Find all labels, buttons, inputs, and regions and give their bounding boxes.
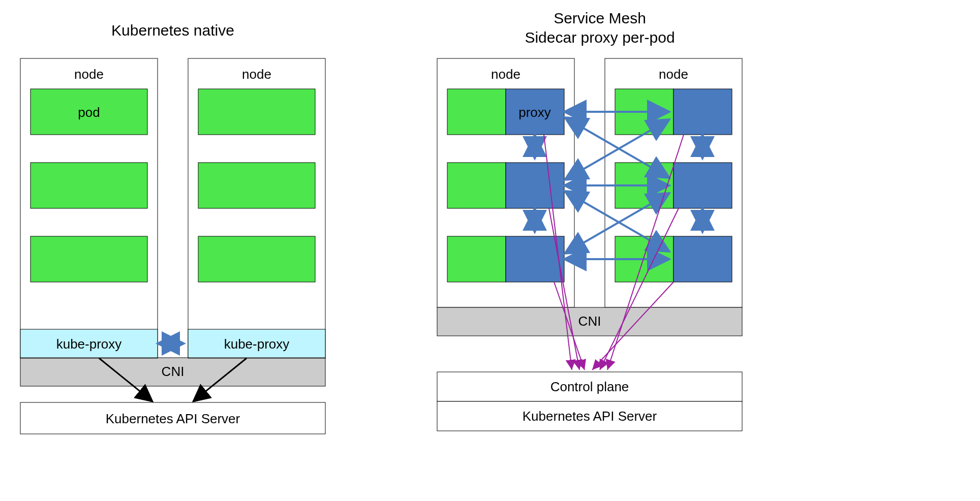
left-node-b-label: node bbox=[242, 67, 271, 82]
right-api-server-label: Kubernetes API Server bbox=[523, 409, 657, 424]
left-title: Kubernetes native bbox=[111, 22, 234, 39]
proxy bbox=[506, 163, 564, 208]
right-node-a-label: node bbox=[491, 67, 520, 82]
right-cni-label: CNI bbox=[578, 314, 601, 329]
left-api-server-label: Kubernetes API Server bbox=[106, 411, 240, 426]
left-kubeproxy-b-label: kube-proxy bbox=[224, 336, 290, 352]
left-node-b: node kube-proxy bbox=[188, 58, 325, 358]
right-proxy-label: proxy bbox=[518, 105, 551, 120]
left-cni-label: CNI bbox=[162, 364, 185, 379]
pod bbox=[198, 236, 315, 282]
left-diagram: Kubernetes native CNI node pod kube-prox… bbox=[20, 22, 325, 434]
pod bbox=[198, 163, 315, 208]
pod bbox=[447, 89, 506, 135]
proxy bbox=[673, 236, 732, 282]
left-node-a: node pod kube-proxy bbox=[20, 58, 158, 358]
proxy bbox=[673, 89, 732, 135]
pod bbox=[198, 89, 315, 135]
pod bbox=[447, 236, 506, 282]
right-control-plane-label: Control plane bbox=[550, 379, 629, 394]
pod bbox=[447, 163, 506, 208]
pod bbox=[30, 163, 147, 208]
pod bbox=[30, 236, 147, 282]
left-kubeproxy-a-label: kube-proxy bbox=[56, 336, 122, 352]
proxy bbox=[673, 163, 732, 208]
right-diagram: Service Mesh Sidecar proxy per-pod node … bbox=[437, 10, 742, 431]
left-node-a-label: node bbox=[74, 67, 104, 82]
right-node-b-label: node bbox=[659, 67, 688, 82]
left-pod-label: pod bbox=[78, 105, 100, 120]
right-title-2: Sidecar proxy per-pod bbox=[525, 29, 675, 46]
right-title-1: Service Mesh bbox=[554, 10, 646, 26]
diagram-root: Kubernetes native CNI node pod kube-prox… bbox=[0, 0, 980, 501]
